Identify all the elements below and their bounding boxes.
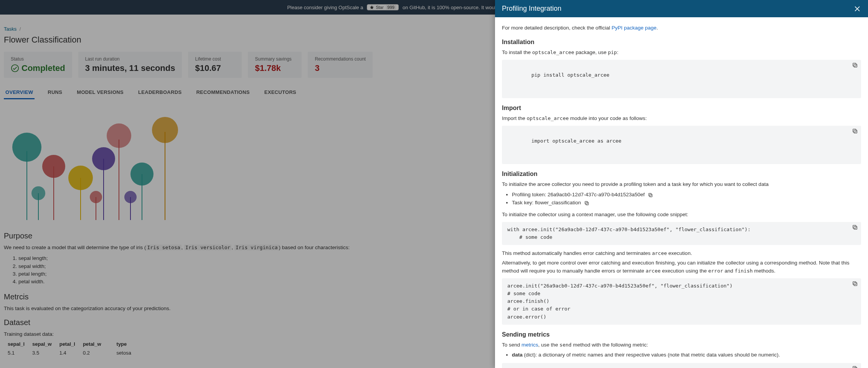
svg-rect-28 <box>585 201 587 204</box>
code-block: arcee.send({ "metric_key_1": value_1, "m… <box>502 363 861 368</box>
close-icon[interactable] <box>853 5 861 13</box>
code-block: arcee.init("26a9acb0-12d7-437c-a970-b4d1… <box>502 278 861 325</box>
t: package, use <box>574 49 608 55</box>
pypi-link[interactable]: PyPI package page <box>612 25 657 31</box>
initialization-heading: Initialization <box>502 169 861 179</box>
import-heading: Import <box>502 104 861 113</box>
code-block: with arcee.init("26a9acb0-12d7-437c-a970… <box>502 222 861 245</box>
svg-rect-30 <box>853 225 856 228</box>
svg-rect-31 <box>854 283 857 286</box>
pip-code: pip <box>608 49 617 55</box>
intro-text: For more detailed description, check the… <box>502 25 612 31</box>
t: This method automatically handles error … <box>502 250 652 256</box>
svg-rect-27 <box>586 202 589 205</box>
data-bold: data <box>512 352 523 358</box>
metrics-heading: Sending metrics <box>502 330 861 340</box>
init-text: To initialize the arcee collector you ne… <box>502 181 861 189</box>
svg-rect-34 <box>853 366 856 368</box>
key-label: Task key: <box>512 200 535 205</box>
c: error <box>708 268 723 274</box>
list-item: Task key: flower_classification <box>512 199 861 207</box>
panel-title: Profiling Integration <box>502 5 561 13</box>
code-block: import optscale_arcee as arcee <box>502 126 861 164</box>
svg-rect-25 <box>649 194 652 197</box>
c: send <box>559 342 571 348</box>
c: finish <box>735 268 753 274</box>
code-text: arcee.init("26a9acb0-12d7-437c-a970-b4d1… <box>507 283 733 320</box>
svg-rect-21 <box>854 64 857 67</box>
profiling-integration-panel: Profiling Integration For more detailed … <box>495 0 868 368</box>
c: arcee <box>645 268 660 274</box>
t: To install the <box>502 49 532 55</box>
svg-rect-22 <box>853 63 856 66</box>
copy-icon[interactable] <box>648 192 653 198</box>
t: module into your code as follows: <box>569 115 647 121</box>
copy-icon[interactable] <box>852 62 858 68</box>
svg-rect-29 <box>854 226 857 229</box>
key-value: flower_classification <box>535 200 581 205</box>
t: execution using the <box>661 268 708 274</box>
token-label: Profiling token: <box>512 192 548 197</box>
init-text2: To initialize the collector using a cont… <box>502 211 861 219</box>
copy-icon[interactable] <box>852 128 858 134</box>
code-block: pip install optscale_arcee <box>502 60 861 99</box>
t: (dict): a dictionary of metric names and… <box>523 352 780 358</box>
svg-rect-24 <box>853 129 856 132</box>
panel-header: Profiling Integration <box>495 0 868 17</box>
panel-body: For more detailed description, check the… <box>495 17 868 368</box>
copy-icon[interactable] <box>852 365 858 368</box>
code-text: import optscale_arcee as arcee <box>531 138 622 144</box>
copy-icon[interactable] <box>852 224 858 230</box>
pkg-code: optscale_arcee <box>532 49 574 55</box>
code-text: pip install optscale_arcee <box>531 72 610 78</box>
t: methods. <box>753 268 776 274</box>
svg-rect-32 <box>853 282 856 285</box>
copy-icon[interactable] <box>852 281 858 287</box>
token-value: 26a9acb0-12d7-437c-a970-b4d1523a50ef <box>548 192 645 197</box>
pkg-code: optscale_arcee <box>527 115 569 121</box>
svg-rect-23 <box>854 130 857 133</box>
t: execution. <box>667 250 692 256</box>
t: , use the <box>538 342 560 348</box>
installation-heading: Installation <box>502 38 861 47</box>
list-item: Profiling token: 26a9acb0-12d7-437c-a970… <box>512 191 861 199</box>
t: Import the <box>502 115 527 121</box>
metrics-link[interactable]: metrics <box>521 342 538 348</box>
code-text: with arcee.init("26a9acb0-12d7-437c-a970… <box>507 227 751 240</box>
t: To send <box>502 342 521 348</box>
t: method with the following metric: <box>571 342 648 348</box>
svg-rect-26 <box>649 193 651 196</box>
list-item: data (dict): a dictionary of metric name… <box>512 351 861 359</box>
c: arcee <box>652 250 667 256</box>
copy-icon[interactable] <box>584 200 589 206</box>
t: and <box>723 268 735 274</box>
